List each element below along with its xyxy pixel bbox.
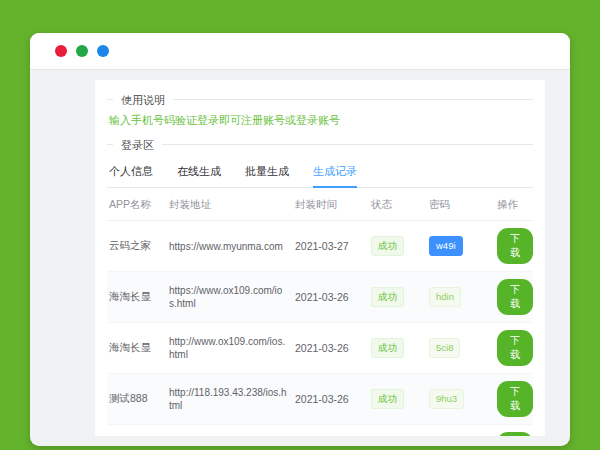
dot-blue-icon[interactable] [97, 45, 109, 57]
table-row: 云码之家 https://www.myunma.com 2021-03-27 成… [107, 221, 533, 272]
download-button[interactable]: 下载 [497, 228, 533, 264]
tab-2[interactable]: 批量生成 [245, 160, 289, 187]
password-badge[interactable]: w49i [429, 236, 463, 256]
window-body: 使用说明 输入手机号码验证登录即可注册账号或登录账号 登录区 个人信息在线生成批… [30, 71, 570, 446]
app-name-cell: 海淘长显 [109, 341, 169, 355]
tab-1[interactable]: 在线生成 [177, 160, 221, 187]
page-background: { "colors": { "frame": "#64b32d", "accen… [0, 0, 600, 450]
table-row: 海淘长显 http://www.ox109.com/ios.html 2021-… [107, 323, 533, 374]
package-url-cell: http://www.ox109.com/ios.html [169, 335, 295, 361]
column-header-status: 状态 [371, 198, 429, 212]
dot-green-icon[interactable] [76, 45, 88, 57]
usage-section-divider: 使用说明 [107, 99, 533, 100]
package-time-cell: 2021-03-26 [295, 291, 371, 303]
table-row: 海淘长显 https://www.ox109.com/ios.html 2021… [107, 272, 533, 323]
download-button[interactable]: 下载 [497, 381, 533, 417]
password-badge[interactable]: hdin [429, 287, 461, 307]
download-button[interactable]: 下载 [497, 279, 533, 315]
browser-window: 使用说明 输入手机号码验证登录即可注册账号或登录账号 登录区 个人信息在线生成批… [30, 33, 570, 446]
tab-bar: 个人信息在线生成批量生成生成记录 [107, 160, 533, 188]
window-titlebar [30, 33, 570, 70]
content-card: 使用说明 输入手机号码验证登录即可注册账号或登录账号 登录区 个人信息在线生成批… [95, 80, 545, 436]
column-header-password: 密码 [429, 198, 497, 212]
column-header-operation: 操作 [497, 198, 531, 212]
package-time-cell: 2021-03-27 [295, 240, 371, 252]
table-body: 云码之家 https://www.myunma.com 2021-03-27 成… [107, 221, 533, 436]
download-button[interactable]: 下载 [497, 432, 533, 436]
usage-section-title: 使用说明 [113, 93, 173, 108]
package-time-cell: 2021-03-26 [295, 393, 371, 405]
app-name-cell: 海淘长显 [109, 290, 169, 304]
tab-0[interactable]: 个人信息 [109, 160, 153, 187]
app-name-cell: 测试888 [109, 392, 169, 406]
package-time-cell: 2021-03-26 [295, 342, 371, 354]
password-badge[interactable]: 5ci8 [429, 338, 460, 358]
table-row: 测试888 http://118.193.43.238/ios.html 202… [107, 374, 533, 425]
table-row: 海淘记显 http://nbcbw.com/ios.html 2021-03-2… [107, 425, 533, 436]
package-url-cell: https://www.ox109.com/ios.html [169, 284, 295, 310]
usage-note: 输入手机号码验证登录即可注册账号或登录账号 [109, 113, 533, 127]
login-section-title: 登录区 [113, 138, 162, 153]
status-badge: 成功 [371, 287, 404, 307]
download-button[interactable]: 下载 [497, 330, 533, 366]
app-name-cell: 云码之家 [109, 239, 169, 253]
table-header: APP名称 封装地址 封装时间 状态 密码 操作 [107, 188, 533, 221]
password-badge[interactable]: 9hu3 [429, 389, 464, 409]
status-badge: 成功 [371, 389, 404, 409]
status-badge: 成功 [371, 338, 404, 358]
tab-3[interactable]: 生成记录 [313, 160, 357, 187]
login-section-divider: 登录区 [107, 144, 533, 145]
column-header-package-time: 封装时间 [295, 198, 371, 212]
package-url-cell: https://www.myunma.com [169, 240, 295, 253]
dot-red-icon[interactable] [55, 45, 67, 57]
column-header-app-name: APP名称 [109, 198, 169, 212]
package-url-cell: http://118.193.43.238/ios.html [169, 386, 295, 412]
status-badge: 成功 [371, 236, 404, 256]
column-header-package-url: 封装地址 [169, 198, 295, 212]
